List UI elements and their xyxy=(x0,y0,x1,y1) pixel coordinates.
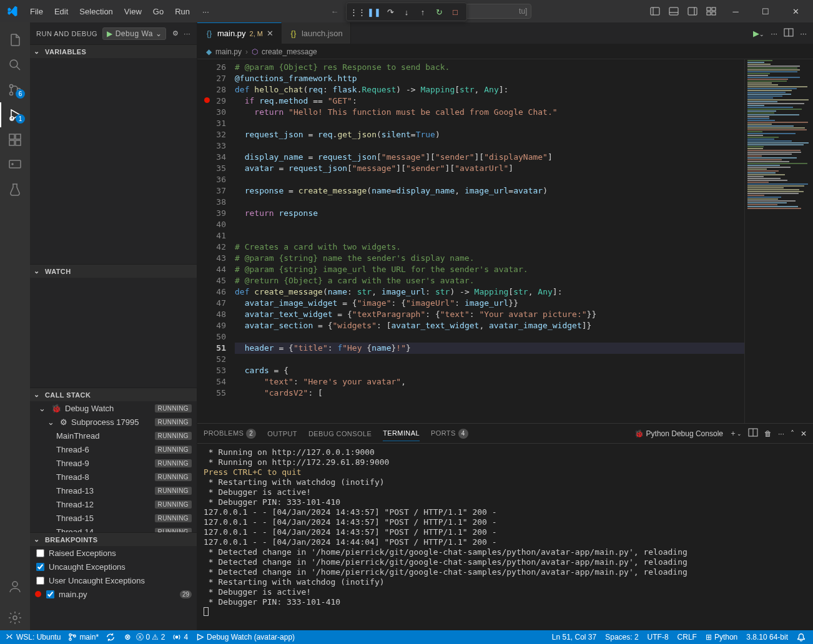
layout-panel-right-icon[interactable] xyxy=(686,4,699,18)
callstack-entry[interactable]: MainThreadRUNNING xyxy=(30,429,197,442)
remote-icon[interactable] xyxy=(0,152,30,177)
checkbox[interactable] xyxy=(35,562,45,572)
terminal-profile[interactable]: 🐞 Python Debug Console xyxy=(634,429,723,438)
callstack-entry[interactable]: Thread-15RUNNING xyxy=(30,511,197,525)
testing-icon[interactable] xyxy=(0,177,30,202)
statusbar-item[interactable] xyxy=(797,633,808,642)
menu-view[interactable]: View xyxy=(119,4,147,19)
terminal-new-icon[interactable]: ＋⌄ xyxy=(729,428,742,439)
minimap[interactable] xyxy=(744,59,813,423)
panel-tab-ports[interactable]: PORTS4 xyxy=(431,425,468,442)
statusbar-item[interactable]: ⊞Python xyxy=(706,633,737,642)
badge: 1 xyxy=(16,114,25,124)
settings-gear-icon[interactable] xyxy=(0,605,30,630)
editor-tab[interactable]: {}launch.json xyxy=(282,22,351,44)
layout-panel-left-icon[interactable] xyxy=(648,4,662,18)
extensions-icon[interactable] xyxy=(0,127,30,152)
menu-edit[interactable]: Edit xyxy=(49,4,73,19)
run-play-icon[interactable]: ▶⌄ xyxy=(753,29,764,38)
code-content[interactable]: # @param {Object} res Response to send b… xyxy=(235,59,744,423)
debug-config-selector[interactable]: ▶ Debug Wa ⌄ xyxy=(102,27,166,40)
split-editor-icon[interactable] xyxy=(784,27,794,39)
breadcrumb[interactable]: ◆ main.py › ⬡ create_message xyxy=(197,44,813,59)
statusbar-item[interactable]: Ln 51, Col 37 xyxy=(552,633,596,642)
statusbar-item[interactable]: Debug Watch (avatar-app) xyxy=(195,633,295,642)
panel-ellipsis-icon[interactable]: ··· xyxy=(778,429,784,438)
panel-tab-output[interactable]: OUTPUT xyxy=(267,426,297,441)
source-control-icon[interactable]: 6 xyxy=(0,77,30,102)
breakpoints-section-header[interactable]: ⌄ BREAKPOINTS xyxy=(30,532,197,546)
menu-run[interactable]: Run xyxy=(170,4,195,19)
statusbar-item[interactable]: WSL: Ubuntu xyxy=(5,633,61,642)
callstack-entry[interactable]: ⌄⚙Subprocess 17995RUNNING xyxy=(30,415,197,429)
statusbar-item[interactable]: CRLF xyxy=(678,633,697,642)
callstack-entry[interactable]: Thread-12RUNNING xyxy=(30,497,197,511)
debug-step-over-icon[interactable]: ↷ xyxy=(384,6,397,18)
statusbar-item[interactable]: ⓧ 0 ⚠ 2 xyxy=(125,632,165,643)
more-actions-icon[interactable]: ··· xyxy=(771,29,777,38)
breadcrumb-file[interactable]: main.py xyxy=(215,47,242,56)
callstack-entry[interactable]: ⌄🐞Debug WatchRUNNING xyxy=(30,401,197,415)
debug-pause-icon[interactable]: ❚❚ xyxy=(368,6,380,18)
menu-selection[interactable]: Selection xyxy=(74,4,117,19)
breakpoint-entry[interactable]: main.py29 xyxy=(30,587,197,601)
tab-more-icon[interactable]: ··· xyxy=(800,29,807,38)
window-minimize-icon[interactable]: ─ xyxy=(723,2,748,21)
statusbar-item[interactable]: 4 xyxy=(172,633,188,642)
sidebar-gear-icon[interactable]: ⚙ xyxy=(172,29,179,37)
panel-split-icon[interactable] xyxy=(748,427,758,439)
checkbox[interactable] xyxy=(35,575,45,585)
statusbar-item[interactable]: 3.8.10 64-bit xyxy=(746,633,788,642)
statusbar-item[interactable]: Spaces: 2 xyxy=(605,633,638,642)
panel-close-icon[interactable]: ✕ xyxy=(801,429,807,438)
callstack-entry[interactable]: Thread-9RUNNING xyxy=(30,456,197,470)
layout-panel-bottom-icon[interactable] xyxy=(667,4,681,18)
debug-step-into-icon[interactable]: ↓ xyxy=(400,6,413,18)
statusbar-item[interactable]: UTF-8 xyxy=(648,633,669,642)
breakpoint-entry[interactable]: Uncaught Exceptions xyxy=(30,560,197,573)
callstack-entry[interactable]: Thread-8RUNNING xyxy=(30,470,197,484)
accounts-icon[interactable] xyxy=(0,574,30,599)
panel-tab-problems[interactable]: PROBLEMS2 xyxy=(204,425,256,442)
nav-back-icon[interactable]: ← xyxy=(330,7,338,16)
panel-tab-terminal[interactable]: TERMINAL xyxy=(383,426,420,441)
watch-section-header[interactable]: ⌄ WATCH xyxy=(30,264,197,278)
line-numbers[interactable]: 2627282930313233343536373839404142434445… xyxy=(197,59,235,423)
callstack-entry[interactable]: Thread-14RUNNING xyxy=(30,525,197,532)
callstack-section-header[interactable]: ⌄ CALL STACK xyxy=(30,388,197,401)
menu-overflow[interactable]: ··· xyxy=(197,4,214,19)
breakpoint-entry[interactable]: User Uncaught Exceptions xyxy=(30,573,197,587)
debug-step-out-icon[interactable]: ↑ xyxy=(416,6,429,18)
explorer-icon[interactable] xyxy=(0,27,30,52)
window-close-icon[interactable]: ✕ xyxy=(783,2,808,21)
panel-trash-icon[interactable]: 🗑 xyxy=(764,429,772,438)
editor-body[interactable]: 2627282930313233343536373839404142434445… xyxy=(197,59,813,423)
terminal-output[interactable]: * Running on http://127.0.0.1:9000 * Run… xyxy=(197,444,813,630)
symbol-method-icon: ⬡ xyxy=(252,47,258,56)
menu-go[interactable]: Go xyxy=(148,4,169,19)
statusbar-item[interactable] xyxy=(106,633,117,642)
sidebar-ellipsis-icon[interactable]: ··· xyxy=(184,30,190,37)
editor-tab[interactable]: {}main.py2, M✕ xyxy=(197,22,282,44)
breakpoint-entry[interactable]: Raised Exceptions xyxy=(30,546,197,560)
debug-stop-icon[interactable]: □ xyxy=(449,6,461,18)
checkbox[interactable] xyxy=(45,589,55,599)
callstack-entry[interactable]: Thread-6RUNNING xyxy=(30,442,197,456)
layout-customize-icon[interactable] xyxy=(704,4,718,18)
menu-bar: FileEditSelectionViewGoRun xyxy=(25,4,195,19)
window-maximize-icon[interactable]: ☐ xyxy=(753,2,778,21)
breadcrumb-symbol[interactable]: create_message xyxy=(262,47,317,56)
statusbar-item[interactable]: main* xyxy=(68,633,99,642)
variables-section-header[interactable]: ⌄ VARIABLES xyxy=(30,44,197,58)
checkbox[interactable] xyxy=(35,548,45,558)
svg-rect-4 xyxy=(688,7,697,15)
menu-file[interactable]: File xyxy=(25,4,48,19)
debug-restart-icon[interactable]: ↻ xyxy=(433,6,445,18)
run-debug-icon[interactable]: 1 xyxy=(0,102,30,127)
tab-close-icon[interactable]: ✕ xyxy=(267,29,273,38)
callstack-entry[interactable]: Thread-13RUNNING xyxy=(30,484,197,497)
debug-grip-icon[interactable]: ⋮⋮ xyxy=(352,6,364,18)
panel-tab-debug-console[interactable]: DEBUG CONSOLE xyxy=(308,426,372,441)
panel-maximize-icon[interactable]: ˄ xyxy=(791,429,794,438)
search-icon[interactable] xyxy=(0,52,30,77)
